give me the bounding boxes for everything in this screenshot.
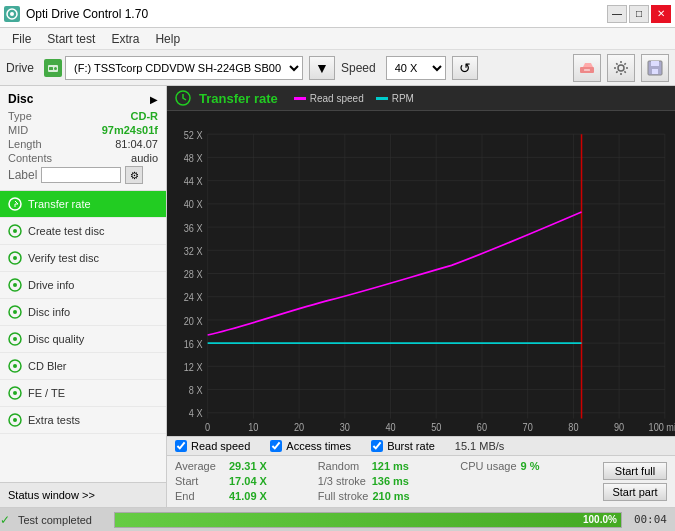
drive-refresh-button[interactable]: ▼ (309, 56, 335, 80)
svg-text:4 X: 4 X (189, 408, 203, 420)
start-value: 17.04 X (229, 475, 267, 487)
menu-help[interactable]: Help (147, 30, 188, 48)
disc-length-value: 81:04.07 (115, 138, 158, 150)
disc-mid-label: MID (8, 124, 28, 136)
svg-point-27 (13, 418, 17, 422)
start-part-button[interactable]: Start part (603, 483, 667, 501)
burst-rate-checkbox[interactable] (371, 440, 383, 452)
verify-test-disc-icon (8, 251, 22, 265)
drive-select[interactable]: (F:) TSSTcorp CDDVDW SH-224GB SB00 (65, 56, 303, 80)
menu-file[interactable]: File (4, 30, 39, 48)
svg-text:52 X: 52 X (184, 129, 203, 141)
test-complete-icon: ✓ (0, 513, 10, 527)
nav-cd-bler[interactable]: CD Bler (0, 353, 166, 380)
start-full-button[interactable]: Start full (603, 462, 667, 480)
disc-label-input[interactable] (41, 167, 121, 183)
burst-rate-checkbox-label: Burst rate (387, 440, 435, 452)
progress-percent: 100.0% (583, 514, 617, 525)
stroke1-label: 1/3 stroke (318, 475, 368, 487)
extra-tests-icon (8, 413, 22, 427)
svg-text:28 X: 28 X (184, 269, 203, 281)
erase-button[interactable] (573, 54, 601, 82)
read-speed-checkbox[interactable] (175, 440, 187, 452)
speed-set-button[interactable]: ↺ (452, 56, 478, 80)
nav-fe-te-label: FE / TE (28, 387, 65, 399)
svg-text:36 X: 36 X (184, 222, 203, 234)
settings-button[interactable] (607, 54, 635, 82)
nav-transfer-rate[interactable]: Transfer rate (0, 191, 166, 218)
nav-create-test-disc[interactable]: Create test disc (0, 218, 166, 245)
chart-area: 52 X 48 X 44 X 40 X 36 X 32 X 28 X 24 X … (167, 111, 675, 436)
svg-text:70: 70 (523, 422, 534, 434)
svg-point-17 (13, 283, 17, 287)
legend-rpm-color (376, 97, 388, 100)
window-controls: — □ ✕ (607, 5, 671, 23)
nav-verify-test-disc[interactable]: Verify test disc (0, 245, 166, 272)
svg-text:30: 30 (340, 422, 351, 434)
svg-text:50: 50 (431, 422, 442, 434)
cd-bler-icon (8, 359, 22, 373)
maximize-button[interactable]: □ (629, 5, 649, 23)
sidebar: Disc ▶ Type CD-R MID 97m24s01f Length 81… (0, 86, 167, 507)
disc-type-value: CD-R (131, 110, 159, 122)
svg-rect-9 (651, 61, 659, 66)
nav-disc-quality-label: Disc quality (28, 333, 84, 345)
disc-title: Disc (8, 92, 33, 106)
random-label: Random (318, 460, 368, 472)
chart-panel: Transfer rate Read speed RPM (167, 86, 675, 507)
svg-text:60: 60 (477, 422, 488, 434)
start-label: Start (175, 475, 225, 487)
legend-read-speed: Read speed (294, 93, 364, 104)
svg-text:8 X: 8 X (189, 385, 203, 397)
nav-verify-test-disc-label: Verify test disc (28, 252, 99, 264)
chart-svg: 52 X 48 X 44 X 40 X 36 X 32 X 28 X 24 X … (167, 111, 675, 436)
menu-extra[interactable]: Extra (103, 30, 147, 48)
checkbox-burst-rate[interactable]: Burst rate (371, 440, 435, 452)
speed-select[interactable]: 40 X (386, 56, 446, 80)
random-value: 121 ms (372, 460, 409, 472)
nav-extra-tests[interactable]: Extra tests (0, 407, 166, 434)
svg-text:40 X: 40 X (184, 199, 203, 211)
svg-point-25 (13, 391, 17, 395)
svg-rect-6 (584, 69, 590, 71)
status-window-label: Status window >> (8, 489, 95, 501)
menu-start-test[interactable]: Start test (39, 30, 103, 48)
close-button[interactable]: ✕ (651, 5, 671, 23)
disc-label-label: Label (8, 168, 37, 182)
svg-text:100 min: 100 min (649, 422, 675, 434)
nav-cd-bler-label: CD Bler (28, 360, 67, 372)
nav-disc-info[interactable]: Disc info (0, 299, 166, 326)
checkbox-read-speed[interactable]: Read speed (175, 440, 250, 452)
checkboxes-row: Read speed Access times Burst rate 15.1 … (167, 437, 675, 456)
nav-disc-quality[interactable]: Disc quality (0, 326, 166, 353)
disc-info-icon (8, 305, 22, 319)
legend-rpm: RPM (376, 93, 414, 104)
checkbox-access-times[interactable]: Access times (270, 440, 351, 452)
nav-drive-info[interactable]: Drive info (0, 272, 166, 299)
toolbar: Drive (F:) TSSTcorp CDDVDW SH-224GB SB00… (0, 50, 675, 86)
save-button[interactable] (641, 54, 669, 82)
nav-fe-te[interactable]: FE / TE (0, 380, 166, 407)
app-icon (4, 6, 20, 22)
access-times-checkbox[interactable] (270, 440, 282, 452)
average-value: 29.31 X (229, 460, 267, 472)
svg-text:40: 40 (385, 422, 396, 434)
app-title: Opti Drive Control 1.70 (26, 7, 148, 21)
stats-col1: Average 29.31 X Start 17.04 X End 41.09 … (175, 460, 318, 503)
disc-contents-label: Contents (8, 152, 52, 164)
chart-legend: Read speed RPM (294, 93, 414, 104)
svg-point-23 (13, 364, 17, 368)
status-window-button[interactable]: Status window >> (0, 482, 166, 507)
full-stroke-label: Full stroke (318, 490, 369, 502)
chart-title: Transfer rate (199, 91, 278, 106)
burst-rate-value: 15.1 MB/s (455, 440, 505, 452)
disc-collapse-button[interactable]: ▶ (150, 94, 158, 105)
svg-point-1 (10, 12, 14, 16)
svg-text:80: 80 (568, 422, 579, 434)
svg-point-4 (54, 67, 57, 70)
svg-text:16 X: 16 X (184, 338, 203, 350)
disc-label-edit-button[interactable]: ⚙ (125, 166, 143, 184)
stats-rows: Average 29.31 X Start 17.04 X End 41.09 … (167, 456, 675, 507)
drive-icon (44, 59, 62, 77)
minimize-button[interactable]: — (607, 5, 627, 23)
